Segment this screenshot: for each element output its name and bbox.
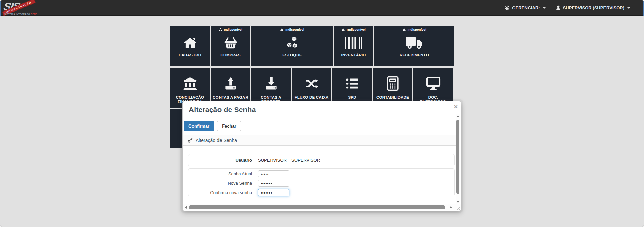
warning-icon xyxy=(218,28,222,31)
bank-icon xyxy=(170,75,210,92)
unavailable-badge: Indisponível xyxy=(251,28,333,31)
horizontal-scroll-thumb[interactable] xyxy=(189,205,445,209)
tile-label: ESTOQUE xyxy=(252,53,332,58)
chevron-down-icon xyxy=(627,7,630,9)
top-navbar: SIS HOMOLOGAÇÃO SISTEMA INTEGRADO SEND G… xyxy=(0,0,644,16)
password-fields-panel: Senha Atual Nova Senha Confirma nova sen… xyxy=(188,168,455,196)
tile-label: SPD xyxy=(333,95,371,100)
user-label: Usuário xyxy=(188,158,252,163)
section-header: Alteração de Senha xyxy=(183,135,456,146)
download-icon xyxy=(251,75,291,92)
app-logo[interactable]: SIS HOMOLOGAÇÃO SISTEMA INTEGRADO SEND xyxy=(4,1,48,15)
chevron-down-icon xyxy=(543,7,546,9)
user-panel: Usuário SUPERVISOR SUPERVISOR xyxy=(188,154,455,166)
current-password-row: Senha Atual xyxy=(188,170,454,177)
tile-label: CADASTRO xyxy=(171,53,209,58)
tile-row-1: CADASTRO Indisponível COMPRAS xyxy=(170,26,454,66)
home-icon xyxy=(170,35,210,51)
confirm-password-label: Confirma nova senha xyxy=(188,190,252,195)
window-edge-right xyxy=(643,0,644,16)
unavailable-badge: Indisponível xyxy=(374,28,454,31)
warning-icon xyxy=(402,28,406,31)
user-last-name: SUPERVISOR xyxy=(291,158,320,163)
scroll-left-arrow[interactable] xyxy=(185,206,187,209)
unavailable-badge: Indisponível xyxy=(211,28,250,31)
current-password-label: Senha Atual xyxy=(188,171,252,176)
confirm-password-row: Confirma nova senha xyxy=(188,189,454,196)
section-title: Alteração de Senha xyxy=(196,138,237,143)
user-menu[interactable]: SUPERVISOR (SUPERVISOR) xyxy=(556,5,630,10)
list-icon xyxy=(332,75,372,92)
warning-icon xyxy=(341,28,345,31)
scroll-right-arrow[interactable] xyxy=(450,206,452,209)
tile-label: FLUXO DE CAIXA xyxy=(292,95,331,100)
tile-label: CONTAS A PAGAR xyxy=(211,95,250,100)
modal-title: Alteração de Senha xyxy=(189,106,256,114)
new-password-row: Nova Senha xyxy=(188,180,454,187)
shuffle-icon xyxy=(292,75,331,92)
user-icon xyxy=(556,5,561,10)
topbar-menus: GERENCIAR: SUPERVISOR (SUPERVISOR) xyxy=(505,0,630,16)
calculator-icon xyxy=(373,75,412,92)
unavailable-label: Indisponível xyxy=(285,28,304,31)
unavailable-label: Indisponível xyxy=(408,28,426,31)
confirm-button[interactable]: Confirmar xyxy=(184,121,214,131)
tile-recebimento[interactable]: Indisponível RECEBIMENTO xyxy=(374,26,454,66)
new-password-label: Nova Senha xyxy=(188,181,252,186)
vertical-scrollbar[interactable] xyxy=(456,114,460,204)
app-window: SIS HOMOLOGAÇÃO SISTEMA INTEGRADO SEND G… xyxy=(0,0,644,227)
window-edge-left xyxy=(0,0,1,16)
password-change-modal: × Alteração de Senha Confirmar Fechar Al… xyxy=(182,101,461,211)
logo-subtitle-brand: SEND xyxy=(31,13,37,15)
vertical-scroll-thumb[interactable] xyxy=(456,120,459,194)
manage-menu[interactable]: GERENCIAR: xyxy=(505,5,545,10)
gear-icon xyxy=(505,5,510,10)
horizontal-scrollbar[interactable] xyxy=(183,204,461,210)
tile-inventario[interactable]: Indisponível INVENTÁRIO xyxy=(334,26,373,66)
tile-label: RECEBIMENTO xyxy=(375,53,454,58)
upload-icon xyxy=(211,75,250,92)
close-button[interactable]: Fechar xyxy=(217,121,241,131)
close-icon[interactable]: × xyxy=(454,103,458,110)
warning-icon xyxy=(280,28,284,31)
tile-label: CONTABILIDADE xyxy=(373,95,412,100)
user-first-name: SUPERVISOR xyxy=(258,158,287,163)
unavailable-badge: Indisponível xyxy=(334,28,373,31)
monitor-icon xyxy=(413,75,453,92)
tile-label: INVENTÁRIO xyxy=(335,53,372,58)
user-values: SUPERVISOR SUPERVISOR xyxy=(258,158,320,163)
basket-icon xyxy=(211,35,250,51)
confirm-password-input[interactable] xyxy=(258,189,289,196)
user-menu-label: SUPERVISOR (SUPERVISOR) xyxy=(563,5,624,10)
current-password-input[interactable] xyxy=(258,170,289,177)
key-icon xyxy=(188,138,193,143)
truck-icon xyxy=(374,35,454,51)
tile-cadastro[interactable]: CADASTRO xyxy=(170,26,210,66)
manage-menu-label: GERENCIAR: xyxy=(512,5,540,10)
cubes-icon xyxy=(251,35,333,51)
tile-compras[interactable]: Indisponível COMPRAS xyxy=(211,26,250,66)
tile-estoque[interactable]: Indisponível ESTOQUE xyxy=(251,26,333,66)
modal-button-row: Confirmar Fechar xyxy=(184,121,241,131)
scroll-up-arrow[interactable] xyxy=(457,115,459,117)
logo-subtitle: SISTEMA INTEGRADO SEND xyxy=(4,13,37,15)
unavailable-label: Indisponível xyxy=(347,28,365,31)
unavailable-label: Indisponível xyxy=(224,28,242,31)
new-password-input[interactable] xyxy=(258,180,289,187)
tile-label: COMPRAS xyxy=(211,53,250,58)
barcode-icon xyxy=(334,35,373,51)
scroll-down-arrow[interactable] xyxy=(457,201,459,203)
logo-subtitle-text: SISTEMA INTEGRADO xyxy=(4,13,31,15)
